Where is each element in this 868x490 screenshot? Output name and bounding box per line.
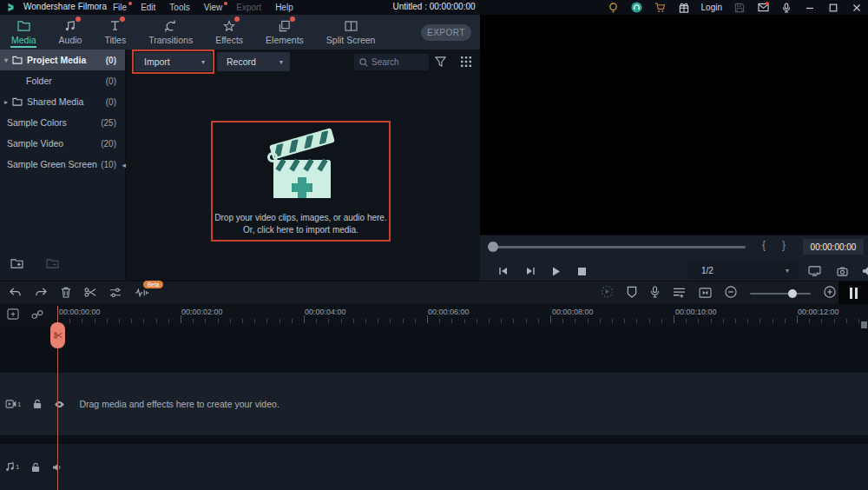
- pause-bars-icon[interactable]: [838, 281, 868, 305]
- preview-timecode: 00:00:00:00: [803, 239, 864, 255]
- export-button[interactable]: EXPORT: [421, 24, 471, 41]
- tab-transitions[interactable]: Transitions: [137, 15, 204, 50]
- import-dropzone[interactable]: Drop your video clips, images, or audio …: [211, 121, 391, 242]
- mark-out-button[interactable]: }: [782, 239, 786, 251]
- zoom-out-button[interactable]: [725, 286, 737, 301]
- effects-new-dot: [234, 17, 240, 22]
- import-dropdown[interactable]: Import ▾: [135, 52, 212, 71]
- close-button[interactable]: [851, 2, 863, 14]
- eye-visibility-icon[interactable]: [54, 401, 65, 408]
- app-name: Wondershare Filmora: [23, 2, 107, 11]
- menu-view[interactable]: View: [204, 3, 223, 12]
- asset-tabbar: Media Audio Titles Transitions: [0, 15, 480, 50]
- view-notification-dot: [224, 2, 227, 5]
- seek-bar[interactable]: [492, 246, 746, 248]
- add-marker-icon[interactable]: [7, 308, 19, 323]
- titles-new-dot: [120, 17, 125, 22]
- delete-trash-button[interactable]: [61, 286, 71, 301]
- sidebar-item-folder[interactable]: Folder (0): [0, 70, 125, 91]
- lock-icon[interactable]: [33, 399, 42, 409]
- preview-zoom-select[interactable]: 1/2 ▾: [688, 261, 798, 280]
- next-frame-button[interactable]: [523, 264, 538, 278]
- folder-icon: [12, 56, 23, 64]
- gift-icon[interactable]: [678, 2, 690, 14]
- maximize-button[interactable]: [827, 2, 839, 14]
- store-cart-icon[interactable]: [654, 2, 667, 14]
- menu-bar: File Edit Tools View Export Help: [113, 0, 293, 15]
- login-button[interactable]: Login: [701, 3, 722, 12]
- search-icon: [359, 58, 368, 67]
- zoom-to-fit-button[interactable]: [699, 286, 712, 301]
- sidebar-item-shared-media[interactable]: ▸ Shared Media (0): [0, 91, 125, 112]
- timeline-zoom-handle[interactable]: [788, 289, 797, 298]
- snapshot-camera-icon[interactable]: [834, 264, 850, 278]
- stop-button[interactable]: [574, 264, 589, 278]
- search-box[interactable]: [354, 54, 429, 70]
- tab-split-screen[interactable]: Split Screen: [315, 15, 387, 50]
- link-icon[interactable]: [31, 308, 43, 323]
- filter-icon[interactable]: [435, 55, 446, 70]
- menu-edit[interactable]: Edit: [141, 3, 155, 12]
- timeline-scrollbar[interactable]: [861, 321, 867, 328]
- minimize-button[interactable]: [804, 2, 816, 14]
- tab-titles[interactable]: Titles: [93, 15, 137, 50]
- redo-button[interactable]: [35, 286, 48, 301]
- timeline-hint-text: Drag media and effects here to create yo…: [79, 399, 279, 409]
- split-scissors-button[interactable]: [84, 286, 96, 301]
- tab-audio[interactable]: Audio: [48, 15, 94, 50]
- tab-media[interactable]: Media: [0, 15, 48, 50]
- new-folder-button[interactable]: [10, 256, 23, 272]
- sidebar-item-sample-video[interactable]: Sample Video (20): [0, 133, 125, 154]
- lock-icon[interactable]: [31, 462, 40, 473]
- tips-bulb-icon[interactable]: [608, 2, 620, 14]
- tab-effects[interactable]: Effects: [204, 15, 254, 50]
- item-count: (25): [101, 118, 116, 128]
- undo-button[interactable]: [9, 286, 22, 301]
- zoom-in-button[interactable]: [824, 286, 836, 301]
- audio-track[interactable]: 1: [0, 444, 868, 490]
- menu-help[interactable]: Help: [275, 3, 293, 12]
- sidebar-item-project-media[interactable]: ▾ Project Media (0): [0, 50, 125, 70]
- seek-handle[interactable]: [488, 242, 498, 252]
- timeline-ruler[interactable]: 00:00:00:00 00:00:02:00 00:00:04:00 00:0…: [0, 304, 868, 326]
- filmora-window: Wondershare Filmora File Edit Tools View…: [0, 0, 868, 490]
- dropzone-text: Drop your video clips, images, or audio …: [214, 212, 386, 236]
- elements-new-dot: [290, 17, 295, 22]
- voiceover-mic-icon[interactable]: [780, 2, 792, 14]
- beta-badge: Beta: [143, 281, 163, 288]
- tab-elements[interactable]: Elements: [254, 15, 315, 50]
- timeline-toolbar-right: [601, 281, 836, 305]
- video-track-icon: 1: [5, 400, 21, 408]
- collapse-arrow-icon[interactable]: ▸: [0, 98, 12, 106]
- search-input[interactable]: [372, 57, 422, 67]
- chevron-down-icon: ▾: [786, 267, 789, 275]
- mark-in-button[interactable]: {: [762, 239, 766, 251]
- display-device-icon[interactable]: [806, 264, 822, 278]
- save-icon: [733, 2, 746, 14]
- timeline-zoom-slider[interactable]: [750, 293, 811, 295]
- adjust-properties-button[interactable]: [109, 286, 122, 301]
- expand-arrow-icon[interactable]: ▾: [0, 56, 12, 64]
- playhead-handle[interactable]: [50, 322, 65, 348]
- volume-speaker-icon[interactable]: [860, 264, 868, 278]
- sidebar-item-sample-green-screen[interactable]: Sample Green Screen (10): [0, 154, 125, 175]
- video-track[interactable]: 1 Drag media and effects here to create …: [0, 373, 868, 435]
- messages-mail-icon[interactable]: [757, 2, 769, 14]
- video-preview[interactable]: [480, 15, 868, 235]
- sidebar-item-sample-colors[interactable]: Sample Colors (25): [0, 112, 125, 133]
- titles-text-icon: [109, 19, 121, 32]
- play-button[interactable]: [549, 264, 564, 278]
- support-headset-icon[interactable]: [631, 2, 643, 14]
- media-library-panel: Import ▾ Record ▾: [126, 50, 480, 281]
- record-voiceover-mic-button[interactable]: [650, 286, 660, 301]
- playhead-scissors-icon: [54, 331, 62, 340]
- menu-file[interactable]: File: [113, 3, 127, 12]
- audio-sync-button[interactable]: Beta: [135, 286, 148, 301]
- view-grid-icon[interactable]: [461, 55, 471, 70]
- record-dropdown[interactable]: Record ▾: [217, 52, 290, 71]
- marker-button[interactable]: [627, 286, 637, 301]
- menu-tools[interactable]: Tools: [169, 3, 189, 12]
- previous-frame-button[interactable]: [496, 264, 511, 278]
- track-manager-button[interactable]: [673, 286, 686, 301]
- render-preview-button[interactable]: [601, 285, 614, 301]
